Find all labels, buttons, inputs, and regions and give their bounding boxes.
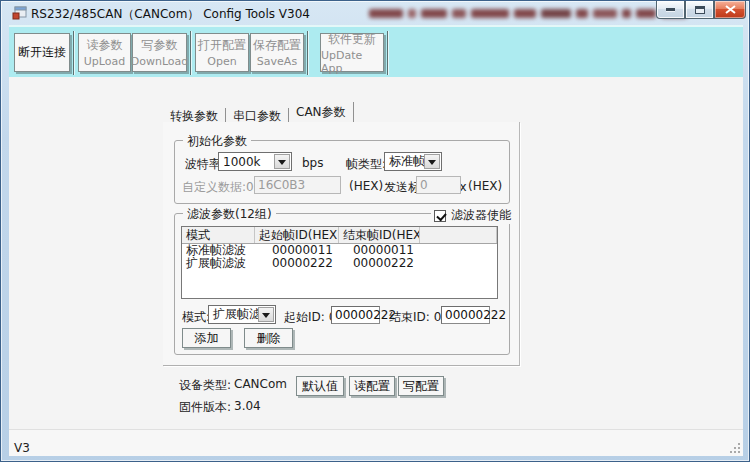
custom-data-field[interactable]: 16C0B3 — [254, 176, 341, 194]
tab-can-params[interactable]: CAN参数 — [289, 102, 354, 122]
toolbar-separator — [307, 31, 308, 75]
statusbar: V3 — [9, 429, 743, 456]
cell-mode: 扩展帧滤波 — [182, 257, 255, 270]
default-values-button[interactable]: 默认值 — [296, 376, 344, 396]
update-app-button[interactable]: 软件更新 UpDate App — [320, 33, 384, 72]
caption-buttons — [656, 1, 746, 19]
listview-header: 模式 起始帧ID(HEX) 结束帧ID(HEX) — [182, 227, 497, 244]
window-title: RS232/485CAN（CANCom） Config Tools V304 — [31, 6, 310, 23]
bps-label: bps — [302, 156, 324, 170]
status-text: V3 — [14, 441, 30, 455]
app-window: RS232/485CAN（CANCom） Config Tools V304 断… — [0, 0, 750, 462]
send-id-field[interactable]: 0 — [416, 176, 461, 194]
chevron-down-icon[interactable] — [424, 154, 440, 169]
maximize-button[interactable] — [685, 1, 714, 19]
minimize-icon — [666, 8, 675, 11]
column-header-mode[interactable]: 模式 — [182, 227, 255, 243]
button-label: 断开连接 — [18, 44, 66, 61]
delete-button[interactable]: 删除 — [244, 328, 293, 348]
device-type-label: 设备类型: — [179, 377, 231, 394]
read-config-button[interactable]: 读配置 — [349, 376, 395, 396]
button-sublabel: Open — [207, 55, 236, 68]
baud-rate-combo[interactable]: 1000k — [218, 152, 292, 171]
button-sublabel: SaveAs — [257, 55, 297, 68]
button-sublabel: DownLoad — [131, 55, 189, 68]
column-header-empty[interactable] — [420, 227, 497, 243]
read-params-button[interactable]: 读参数 UpLoad — [78, 33, 131, 72]
toolbar-separator — [190, 31, 191, 75]
write-config-button[interactable]: 写配置 — [398, 376, 444, 396]
filter-enable-checkbox-wrap[interactable]: 滤波器使能 — [431, 207, 514, 224]
firmware-value: 3.04 — [234, 399, 261, 413]
button-sublabel: UpDate App — [321, 49, 383, 75]
titlebar[interactable]: RS232/485CAN（CANCom） Config Tools V304 — [1, 1, 750, 25]
custom-data-hex-label: (HEX) — [349, 179, 383, 193]
close-icon — [725, 5, 736, 14]
resize-grip-icon[interactable] — [729, 442, 741, 454]
toolbar-separator — [387, 31, 388, 75]
add-button[interactable]: 添加 — [182, 328, 231, 348]
baud-rate-value: 1000k — [223, 155, 261, 169]
button-label: 读参数 — [87, 37, 123, 54]
toolbar-separator — [73, 31, 74, 75]
button-sublabel: UpLoad — [84, 55, 125, 68]
button-label: 写参数 — [142, 37, 178, 54]
frame-type-value: 标准帧 — [389, 153, 425, 170]
write-params-button[interactable]: 写参数 DownLoad — [132, 33, 187, 72]
filter-mode-combo[interactable]: 扩展帧滤波 — [208, 305, 276, 324]
button-label: 打开配置 — [198, 37, 246, 54]
cell-empty — [420, 244, 497, 257]
close-button[interactable] — [714, 1, 746, 19]
send-id-hex-label: (HEX) — [468, 179, 502, 193]
maximize-icon — [695, 6, 705, 14]
end-id-field[interactable]: 00000222 — [441, 306, 490, 324]
button-label: 保存配置 — [253, 37, 301, 54]
app-icon — [12, 6, 27, 20]
disconnect-button[interactable]: 断开连接 — [14, 33, 70, 72]
firmware-label: 固件版本: — [179, 399, 231, 416]
title-watermark-blur — [369, 7, 689, 19]
cell-start-id: 00000222 — [255, 257, 339, 270]
cell-empty — [420, 257, 497, 270]
button-label: 软件更新 — [328, 31, 376, 48]
save-config-button[interactable]: 保存配置 SaveAs — [250, 33, 304, 72]
filter-listview: 模式 起始帧ID(HEX) 结束帧ID(HEX) 标准帧滤波 00000011 … — [181, 226, 498, 299]
filter-mode-label: 模式: — [182, 309, 210, 326]
minimize-button[interactable] — [656, 1, 685, 19]
column-header-start-id[interactable]: 起始帧ID(HEX) — [255, 227, 339, 243]
groupbox-title: 滤波参数(12组) — [183, 206, 276, 223]
end-id-label: 结束ID: 0x — [389, 309, 448, 326]
custom-data-label: 自定义数据:0x — [182, 179, 261, 196]
frame-type-label: 帧类型: — [346, 156, 386, 173]
cell-end-id: 00000222 — [339, 257, 420, 270]
groupbox-title: 初始化参数 — [183, 133, 251, 150]
chevron-down-icon[interactable] — [258, 307, 274, 322]
frame-type-combo[interactable]: 标准帧 — [384, 152, 442, 171]
column-header-end-id[interactable]: 结束帧ID(HEX) — [339, 227, 420, 243]
filter-enable-label: 滤波器使能 — [451, 207, 511, 224]
filter-enable-checkbox[interactable] — [434, 210, 446, 222]
table-row[interactable]: 扩展帧滤波 00000222 00000222 — [182, 257, 497, 270]
device-type-value: CANCom — [234, 377, 287, 391]
start-id-field[interactable]: 00000222 — [331, 306, 380, 324]
chevron-down-icon[interactable] — [274, 154, 290, 169]
open-config-button[interactable]: 打开配置 Open — [195, 33, 249, 72]
